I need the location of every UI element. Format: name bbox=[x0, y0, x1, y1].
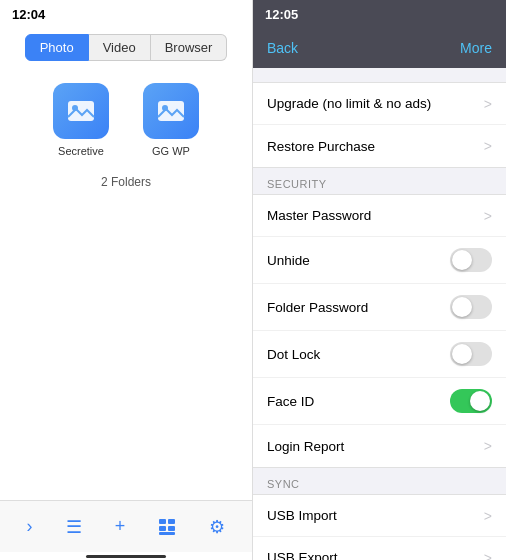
list-icon[interactable]: ☰ bbox=[58, 508, 90, 546]
security-header: SECURITY bbox=[253, 168, 506, 194]
security-section: SECURITY Master Password > Unhide Folder… bbox=[253, 168, 506, 468]
list-item[interactable]: Master Password > bbox=[253, 195, 506, 237]
face-id-toggle[interactable] bbox=[450, 389, 492, 413]
list-item: Unhide bbox=[253, 237, 506, 284]
folder-icon-ggwp bbox=[143, 83, 199, 139]
chevron-icon: > bbox=[484, 138, 492, 154]
svg-rect-7 bbox=[168, 526, 175, 531]
folder-icon-secretive bbox=[53, 83, 109, 139]
folder-name-ggwp: GG WP bbox=[152, 145, 190, 157]
list-item[interactable]: Upgrade (no limit & no ads) > bbox=[253, 83, 506, 125]
list-item: Dot Lock bbox=[253, 331, 506, 378]
tab-browser[interactable]: Browser bbox=[151, 34, 228, 61]
back-button[interactable]: Back bbox=[267, 40, 298, 56]
restore-label: Restore Purchase bbox=[267, 139, 375, 154]
gray-spacer-top bbox=[253, 68, 506, 82]
row-right: > bbox=[484, 96, 492, 112]
chevron-right-icon[interactable]: › bbox=[19, 508, 41, 545]
unhide-label: Unhide bbox=[267, 253, 310, 268]
add-icon[interactable]: + bbox=[107, 508, 134, 545]
usb-export-label: USB Export bbox=[267, 550, 338, 560]
svg-rect-5 bbox=[168, 519, 175, 524]
status-bar-right: 12:05 bbox=[253, 0, 506, 28]
top-settings-group: Upgrade (no limit & no ads) > Restore Pu… bbox=[253, 82, 506, 168]
list-item[interactable]: Restore Purchase > bbox=[253, 125, 506, 167]
nav-bar: Back More bbox=[253, 28, 506, 68]
sync-section: SYNC USB Import > USB Export > WiFi Tran… bbox=[253, 468, 506, 560]
chevron-icon: > bbox=[484, 208, 492, 224]
folder-password-toggle[interactable] bbox=[450, 295, 492, 319]
list-item: Face ID bbox=[253, 378, 506, 425]
row-right: > bbox=[484, 138, 492, 154]
image-icon-2 bbox=[155, 95, 187, 127]
folder-count: 2 Folders bbox=[101, 175, 151, 189]
folder-password-label: Folder Password bbox=[267, 300, 368, 315]
list-item[interactable]: Secretive bbox=[46, 83, 116, 157]
list-item: Folder Password bbox=[253, 284, 506, 331]
tab-bar: Photo Video Browser bbox=[0, 28, 252, 67]
tab-video[interactable]: Video bbox=[89, 34, 151, 61]
sync-header: SYNC bbox=[253, 468, 506, 494]
dot-lock-toggle[interactable] bbox=[450, 342, 492, 366]
chevron-icon: > bbox=[484, 438, 492, 454]
settings-list: Upgrade (no limit & no ads) > Restore Pu… bbox=[253, 68, 506, 560]
login-report-label: Login Report bbox=[267, 439, 344, 454]
list-item[interactable]: GG WP bbox=[136, 83, 206, 157]
svg-rect-6 bbox=[159, 526, 166, 531]
home-bar bbox=[86, 555, 166, 558]
bottom-toolbar: › ☰ + ⚙ bbox=[0, 500, 252, 552]
dot-lock-label: Dot Lock bbox=[267, 347, 320, 362]
right-time: 12:05 bbox=[265, 7, 298, 22]
right-panel: 12:05 Back More Upgrade (no limit & no a… bbox=[253, 0, 506, 560]
list-item[interactable]: USB Import > bbox=[253, 495, 506, 537]
tab-photo[interactable]: Photo bbox=[25, 34, 89, 61]
folder-grid: Secretive GG WP bbox=[46, 83, 206, 157]
sync-group: USB Import > USB Export > WiFi Transfer … bbox=[253, 494, 506, 560]
list-item[interactable]: Login Report > bbox=[253, 425, 506, 467]
svg-rect-0 bbox=[68, 101, 94, 121]
status-bar-left: 12:04 bbox=[0, 0, 252, 28]
left-time: 12:04 bbox=[12, 7, 45, 22]
list-item[interactable]: USB Export > bbox=[253, 537, 506, 560]
svg-rect-8 bbox=[159, 532, 175, 535]
upgrade-label: Upgrade (no limit & no ads) bbox=[267, 96, 431, 111]
svg-rect-4 bbox=[159, 519, 166, 524]
gear-icon[interactable]: ⚙ bbox=[201, 508, 233, 546]
home-indicator-left bbox=[0, 552, 252, 560]
face-id-label: Face ID bbox=[267, 394, 314, 409]
master-password-label: Master Password bbox=[267, 208, 371, 223]
left-panel: 12:04 Photo Video Browser Secretive bbox=[0, 0, 253, 560]
chevron-icon: > bbox=[484, 550, 492, 561]
folders-area: Secretive GG WP 2 Folders bbox=[0, 67, 252, 500]
more-button[interactable]: More bbox=[460, 40, 492, 56]
security-group: Master Password > Unhide Folder Password… bbox=[253, 194, 506, 468]
usb-import-label: USB Import bbox=[267, 508, 337, 523]
layout-icon[interactable] bbox=[150, 510, 184, 544]
folder-name-secretive: Secretive bbox=[58, 145, 104, 157]
chevron-icon: > bbox=[484, 508, 492, 524]
svg-rect-2 bbox=[158, 101, 184, 121]
chevron-icon: > bbox=[484, 96, 492, 112]
image-icon bbox=[65, 95, 97, 127]
unhide-toggle[interactable] bbox=[450, 248, 492, 272]
